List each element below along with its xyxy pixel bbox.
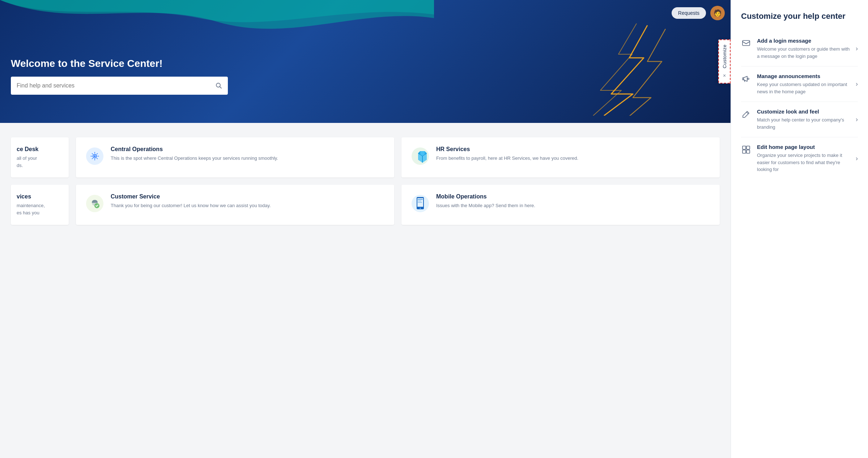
panel-item-add-login-message[interactable]: Add a login message Welcome your custome… bbox=[741, 31, 858, 67]
user-avatar[interactable]: 🧑 bbox=[710, 6, 725, 20]
card-central-operations-desc: This is the spot where Central Operation… bbox=[111, 155, 278, 162]
svg-rect-20 bbox=[746, 146, 750, 149]
panel-item-title-announcements: Manage announcements bbox=[757, 73, 850, 79]
panel-item-desc-home-layout: Organize your service projects to make i… bbox=[757, 152, 850, 173]
panel-item-text-home-layout: Edit home page layout Organize your serv… bbox=[757, 144, 850, 173]
svg-line-1 bbox=[220, 87, 222, 89]
panel-item-text-login: Add a login message Welcome your custome… bbox=[757, 38, 850, 60]
card-hr-services-desc: From benefits to payroll, here at HR Ser… bbox=[436, 155, 578, 162]
svg-point-4 bbox=[94, 155, 96, 157]
megaphone-icon bbox=[741, 74, 751, 84]
panel-item-manage-announcements[interactable]: Manage announcements Keep your customers… bbox=[741, 67, 858, 102]
card-partial-desc-1: all of yourds. bbox=[17, 155, 63, 169]
customize-tab[interactable]: Customize × bbox=[718, 39, 731, 84]
card-partial-title-1: ce Desk bbox=[17, 146, 63, 153]
cards-row-2: vices maintenance,es has you bbox=[11, 185, 720, 225]
message-icon bbox=[741, 38, 751, 48]
card-hr-services[interactable]: HR Services From benefits to payroll, he… bbox=[401, 137, 720, 177]
customize-tab-close[interactable]: × bbox=[723, 73, 726, 78]
arrow-icon-home-layout: › bbox=[856, 155, 858, 162]
card-central-operations-title: Central Operations bbox=[111, 146, 278, 153]
hero-title: Welcome to the Service Center! bbox=[11, 58, 716, 69]
panel-item-title-home-layout: Edit home page layout bbox=[757, 144, 850, 150]
right-panel: Customize your help center Add a login m… bbox=[731, 0, 868, 458]
svg-rect-14 bbox=[418, 201, 421, 201]
customer-service-icon bbox=[85, 193, 105, 214]
card-central-operations[interactable]: Central Operations This is the spot wher… bbox=[76, 137, 394, 177]
svg-rect-21 bbox=[743, 150, 746, 153]
card-customer-service[interactable]: Customer Service Thank you for being our… bbox=[76, 185, 394, 225]
card-central-operations-text: Central Operations This is the spot wher… bbox=[111, 146, 278, 162]
search-icon bbox=[216, 82, 222, 89]
central-operations-icon bbox=[85, 146, 105, 166]
card-it-service-desk-partial[interactable]: ce Desk all of yourds. bbox=[11, 137, 69, 177]
panel-item-desc-login: Welcome your customers or guide them wit… bbox=[757, 46, 850, 60]
panel-item-text-announcements: Manage announcements Keep your customers… bbox=[757, 73, 850, 95]
panel-item-edit-home-layout[interactable]: Edit home page layout Organize your serv… bbox=[741, 137, 858, 180]
cards-row-1: ce Desk all of yourds. Cent bbox=[11, 137, 720, 177]
grid-icon bbox=[741, 145, 751, 155]
arrow-icon-announcements: › bbox=[856, 80, 858, 88]
panel-item-title-login: Add a login message bbox=[757, 38, 850, 44]
card-hr-services-text: HR Services From benefits to payroll, he… bbox=[436, 146, 578, 162]
panel-title: Customize your help center bbox=[741, 12, 858, 21]
arrow-icon-login: › bbox=[856, 45, 858, 52]
card-hr-services-title: HR Services bbox=[436, 146, 578, 153]
customize-tab-label: Customize bbox=[722, 44, 727, 68]
svg-rect-19 bbox=[743, 146, 746, 149]
search-bar bbox=[11, 77, 228, 95]
hero-section: Requests 🧑 Customize × Welcome to the Se… bbox=[0, 0, 731, 123]
cards-section: ce Desk all of yourds. Cent bbox=[0, 123, 731, 458]
panel-item-title-customize: Customize look and feel bbox=[757, 108, 850, 115]
card-mobile-operations-title: Mobile Operations bbox=[436, 193, 535, 200]
card-customer-service-desc: Thank you for being our customer! Let us… bbox=[111, 202, 271, 209]
card-partial-title-2: vices bbox=[17, 193, 63, 200]
card-mobile-operations-text: Mobile Operations Issues with the Mobile… bbox=[436, 193, 535, 209]
search-input[interactable] bbox=[17, 82, 216, 89]
svg-rect-17 bbox=[743, 78, 744, 80]
panel-item-customize-look[interactable]: Customize look and feel Match your help … bbox=[741, 102, 858, 137]
card-customer-service-text: Customer Service Thank you for being our… bbox=[111, 193, 271, 209]
arrow-icon-customize: › bbox=[856, 116, 858, 123]
panel-item-desc-announcements: Keep your customers updated on important… bbox=[757, 81, 850, 95]
card-mobile-operations-desc: Issues with the Mobile app? Send them in… bbox=[436, 202, 535, 209]
hr-services-icon bbox=[410, 146, 430, 166]
svg-rect-22 bbox=[746, 150, 750, 153]
svg-point-12 bbox=[420, 208, 421, 209]
svg-rect-16 bbox=[743, 40, 750, 46]
panel-item-desc-customize: Match your help center to your company's… bbox=[757, 116, 850, 130]
card-mobile-operations[interactable]: Mobile Operations Issues with the Mobile… bbox=[401, 185, 720, 225]
svg-rect-15 bbox=[418, 202, 422, 203]
svg-rect-13 bbox=[418, 199, 423, 200]
card-customer-service-title: Customer Service bbox=[111, 193, 271, 200]
panel-item-text-customize: Customize look and feel Match your help … bbox=[757, 108, 850, 130]
main-content: Requests 🧑 Customize × Welcome to the Se… bbox=[0, 0, 731, 458]
hero-top-right: Requests 🧑 bbox=[672, 6, 725, 20]
card-it-services-partial-2[interactable]: vices maintenance,es has you bbox=[11, 185, 69, 225]
mobile-operations-icon bbox=[410, 193, 430, 214]
card-partial-desc-2: maintenance,es has you bbox=[17, 202, 63, 216]
pencil-icon bbox=[741, 109, 751, 119]
svg-point-18 bbox=[748, 78, 749, 80]
hero-content: Welcome to the Service Center! bbox=[0, 0, 731, 109]
requests-button[interactable]: Requests bbox=[672, 7, 706, 19]
